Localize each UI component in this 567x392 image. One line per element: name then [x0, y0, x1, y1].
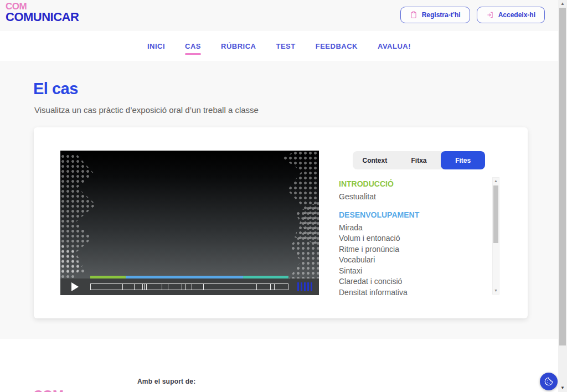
milestone-item[interactable]: Vocabulari — [339, 255, 487, 266]
timeline-tick — [142, 284, 143, 290]
timeline-tick — [146, 284, 147, 290]
scroll-down-icon[interactable]: ▼ — [493, 287, 499, 294]
video-player[interactable] — [60, 151, 319, 295]
timeline-tick — [162, 284, 162, 290]
nav-item-cas[interactable]: CAS — [185, 40, 201, 53]
equalizer-bar — [301, 282, 302, 291]
page-subtitle: Visualitza un cas pràctic d’exposició or… — [34, 105, 259, 115]
tab-context[interactable]: Context — [353, 151, 397, 169]
account-buttons: Registra-t’hi Accedeix-hi — [400, 7, 545, 23]
timeline-tick — [122, 284, 123, 290]
timeline-tick — [182, 284, 182, 290]
page-scrollbar-thumb[interactable] — [559, 8, 566, 345]
tab-fites[interactable]: Fites — [441, 151, 485, 169]
section-title: INTRODUCCIÓ — [339, 179, 487, 188]
login-icon — [486, 11, 494, 19]
milestones-scrollbar-thumb[interactable] — [493, 185, 498, 243]
equalizer-bar — [307, 282, 309, 291]
milestones-list: INTRODUCCIÓGestualitatDESENVOLUPAMENTMir… — [339, 177, 487, 298]
equalizer-bar — [311, 282, 312, 291]
video-timeline[interactable] — [90, 283, 288, 290]
page-scrollbar[interactable]: ▲ ▼ — [558, 0, 567, 392]
cookie-settings-button[interactable] — [540, 373, 558, 390]
scroll-up-icon[interactable]: ▲ — [493, 178, 499, 184]
page: COM COMUNICAR Registra-t’hi Accedeix-hi … — [0, 0, 567, 392]
page-scroll-down-icon[interactable]: ▼ — [558, 384, 567, 392]
timeline-tick — [256, 284, 257, 290]
dot-pattern-bottom-right — [276, 201, 319, 278]
nav-item-inici[interactable]: INICI — [147, 40, 165, 53]
footer-logo-partial: COM — [33, 388, 64, 392]
equalizer-icon[interactable] — [297, 282, 312, 291]
milestones-pane: INTRODUCCIÓGestualitatDESENVOLUPAMENTMir… — [339, 177, 499, 299]
equalizer-bar — [304, 282, 306, 291]
milestones-scrollbar[interactable]: ▲ ▼ — [492, 177, 499, 295]
top-bar: COM COMUNICAR Registra-t’hi Accedeix-hi — [0, 0, 558, 31]
section-title: DESENVOLUPAMENT — [339, 210, 487, 219]
milestone-item[interactable]: Ritme i pronúncia — [339, 244, 487, 255]
register-button-label: Registra-t’hi — [422, 11, 461, 19]
site-logo[interactable]: COM COMUNICAR — [6, 2, 79, 23]
equalizer-bar — [297, 282, 299, 291]
timeline-tick — [270, 284, 271, 290]
play-icon[interactable] — [71, 282, 79, 291]
timeline-tick — [274, 284, 275, 290]
milestone-item[interactable]: Gestualitat — [339, 192, 487, 203]
logo-line2: COMUNICAR — [6, 11, 79, 23]
milestone-item[interactable]: Volum i entonació — [339, 233, 487, 244]
timeline-tick — [203, 284, 204, 290]
cookie-icon — [544, 376, 554, 386]
page-title: El cas — [33, 80, 78, 98]
nav-item-rbrica[interactable]: RÚBRICA — [221, 40, 256, 53]
milestone-item[interactable]: Mirada — [339, 223, 487, 234]
milestone-item[interactable]: Claredat i concisió — [339, 276, 487, 287]
main-section: El cas Visualitza un cas pràctic d’expos… — [0, 61, 558, 339]
timeline-tick — [168, 284, 168, 290]
clipboard-icon — [410, 11, 417, 19]
case-card: ContextFitxaFites INTRODUCCIÓGestualitat… — [34, 127, 528, 318]
milestone-item[interactable]: Densitat informativa — [339, 287, 487, 298]
support-text: Amb el suport de: — [137, 378, 195, 385]
panel-tabs: ContextFitxaFites — [353, 151, 485, 169]
video-controls — [60, 278, 319, 295]
nav-item-avalua[interactable]: AVALUA! — [378, 40, 411, 53]
active-nav-underline — [185, 53, 201, 55]
timeline-tick — [144, 284, 145, 290]
footer: Amb el suport de: COM — [0, 339, 558, 392]
milestone-item[interactable]: Sintaxi — [339, 266, 487, 277]
timeline-tick — [134, 284, 135, 290]
timeline-tick — [192, 284, 192, 290]
page-scroll-up-icon[interactable]: ▲ — [558, 0, 567, 8]
login-button[interactable]: Accedeix-hi — [477, 7, 545, 23]
register-button[interactable]: Registra-t’hi — [400, 7, 470, 23]
tab-fitxa[interactable]: Fitxa — [397, 151, 441, 169]
timeline-tick — [185, 284, 186, 290]
nav-item-feedback[interactable]: FEEDBACK — [316, 40, 358, 53]
nav-item-test[interactable]: TEST — [276, 40, 295, 53]
login-button-label: Accedeix-hi — [498, 11, 535, 19]
main-nav: INICICASRÚBRICATESTFEEDBACKAVALUA! — [0, 31, 558, 61]
